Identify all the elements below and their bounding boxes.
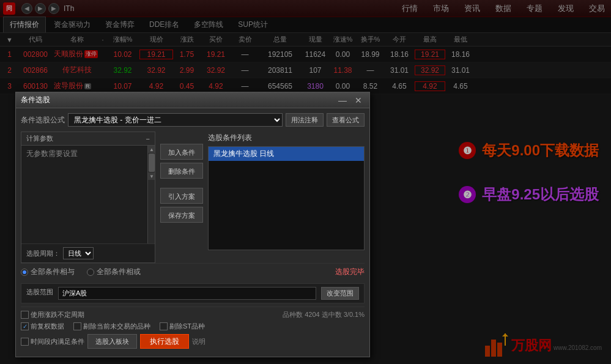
- checkbox-prev-label: 前复权数据: [31, 322, 64, 331]
- calc-params-scroll: 无参数需要设置 ▲ ▼: [21, 146, 155, 243]
- action-buttons: 加入条件 删除条件 引入方案 保存方案: [160, 132, 203, 263]
- change-range-btn[interactable]: 改变范围: [321, 287, 359, 300]
- period-selector: 选股周期： 日线: [21, 243, 155, 262]
- conditions-panel: 选股条件列表 黑龙擒牛选股 日线: [208, 132, 365, 263]
- checkbox-prev[interactable]: ✓ 前复权数据: [21, 322, 64, 331]
- checkbox-prev-box: ✓: [21, 322, 29, 330]
- checkbox-time-label: 时间段内满足条件: [31, 337, 84, 346]
- bottom-btn-row: 时间段内满足条件 选股入板块 执行选股 说明: [21, 334, 365, 349]
- period-label: 选股周期：: [26, 249, 60, 258]
- conditions-header: 选股条件列表: [208, 132, 365, 144]
- radio-row: 全部条件相与 全部条件相或 选股完毕: [21, 263, 365, 280]
- formula-select[interactable]: 黑龙擒牛选股 - 竞价一进二: [68, 113, 283, 127]
- scroll-bar[interactable]: ▲ ▼: [147, 146, 155, 243]
- checkbox-row-2: ✓ 前复权数据 剔除当前未交易的品种 剔除ST品种: [21, 322, 365, 331]
- modal-title: 条件选股: [21, 95, 336, 105]
- delete-condition-btn[interactable]: 删除条件: [160, 163, 203, 179]
- range-value-text: 沪深A股: [58, 287, 316, 300]
- execute-select-btn[interactable]: 执行选股: [140, 334, 189, 349]
- modal-body: 条件选股公式 黑龙擒牛选股 - 竞价一进二 用法注释 查看公式 计算参数 − 无…: [16, 108, 369, 357]
- no-params-text: 无参数需要设置: [21, 146, 155, 162]
- checkbox-time-box: [21, 338, 29, 346]
- stats-text: 品种数 4204 选中数 3/0.1%: [283, 310, 365, 319]
- checkbox-exclude-box: [73, 322, 81, 330]
- checkbox-row-1: 使用涨跌不定周期 品种数 4204 选中数 3/0.1%: [21, 310, 365, 319]
- checkbox-exclude-label: 剔除当前未交易的品种: [83, 322, 150, 331]
- checkbox-st[interactable]: 剔除ST品种: [160, 322, 205, 331]
- formula-label: 条件选股公式: [21, 115, 65, 125]
- condition-item[interactable]: 黑龙擒牛选股 日线: [209, 147, 364, 161]
- radio-or-label: 全部条件相或: [97, 267, 141, 277]
- collapse-icon[interactable]: −: [146, 135, 150, 143]
- range-section-label: 选股范围: [26, 288, 53, 297]
- radio-all-and[interactable]: 全部条件相与: [21, 267, 75, 277]
- modal-columns: 计算参数 − 无参数需要设置 ▲ ▼ 选股周期： 日线: [21, 132, 365, 263]
- select-complete-text: 选股完毕: [335, 267, 365, 277]
- modal-dialog: 条件选股 — ✕ 条件选股公式 黑龙擒牛选股 - 竞价一进二 用法注释 查看公式…: [15, 92, 370, 357]
- radio-all-or[interactable]: 全部条件相或: [87, 267, 141, 277]
- note-text: 说明: [192, 337, 206, 346]
- conditions-list: 黑龙擒牛选股 日线: [208, 146, 365, 250]
- checkbox-exclude[interactable]: 剔除当前未交易的品种: [73, 322, 150, 331]
- scroll-down-btn[interactable]: ▼: [148, 173, 155, 180]
- import-plan-btn[interactable]: 引入方案: [160, 188, 203, 204]
- calc-params-header: 计算参数 −: [21, 132, 155, 146]
- modal-minimize-btn[interactable]: —: [336, 95, 349, 105]
- checkbox-period-label: 使用涨跌不定周期: [31, 310, 84, 319]
- modal-close-btn[interactable]: ✕: [352, 95, 365, 105]
- select-plate-btn[interactable]: 选股入板块: [87, 334, 137, 349]
- checkbox-period-box: [21, 311, 29, 319]
- radio-and-label: 全部条件相与: [31, 267, 75, 277]
- calc-params-panel: 计算参数 − 无参数需要设置 ▲ ▼ 选股周期： 日线: [21, 132, 155, 263]
- scroll-thumb[interactable]: [149, 154, 155, 172]
- save-plan-btn[interactable]: 保存方案: [160, 207, 203, 223]
- bottom-options: 使用涨跌不定周期 品种数 4204 选中数 3/0.1% ✓ 前复权数据 剔除当…: [21, 306, 365, 352]
- checkbox-time[interactable]: 时间段内满足条件: [21, 337, 84, 346]
- usage-btn[interactable]: 用法注释: [286, 113, 324, 127]
- checkbox-st-label: 剔除ST品种: [169, 322, 205, 331]
- checkbox-period[interactable]: 使用涨跌不定周期: [21, 310, 84, 319]
- period-select[interactable]: 日线: [63, 247, 94, 259]
- add-condition-btn[interactable]: 加入条件: [160, 144, 203, 160]
- view-formula-btn[interactable]: 查看公式: [327, 113, 365, 127]
- checkbox-st-box: [160, 322, 168, 330]
- radio-or-circle: [87, 269, 94, 276]
- formula-row: 条件选股公式 黑龙擒牛选股 - 竞价一进二 用法注释 查看公式: [21, 113, 365, 127]
- range-section: 选股范围 沪深A股 改变范围: [21, 283, 365, 303]
- scroll-up-btn[interactable]: ▲: [148, 146, 155, 153]
- modal-title-bar: 条件选股 — ✕: [16, 92, 369, 108]
- radio-and-circle: [21, 269, 28, 276]
